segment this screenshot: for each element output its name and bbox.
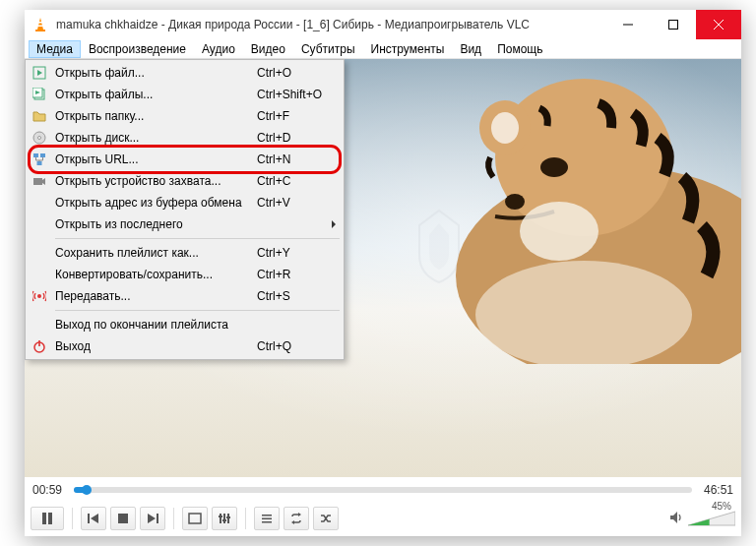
menu-item[interactable]: Открыть из последнего: [28, 213, 342, 235]
menu-item[interactable]: Сохранить плейлист как...Ctrl+Y: [28, 242, 342, 264]
svg-point-15: [475, 261, 692, 364]
menu-item-label: Передавать...: [51, 289, 257, 303]
menu-item[interactable]: Выход по окончании плейлиста: [28, 314, 342, 335]
menu-media[interactable]: Медиа: [29, 40, 81, 58]
svg-point-14: [520, 202, 598, 261]
titlebar: mamuka chkhaidze - Дикая природа России …: [25, 10, 741, 39]
svg-rect-38: [189, 514, 201, 523]
minimize-button[interactable]: [605, 10, 651, 39]
menu-item-shortcut: Ctrl+Shift+O: [257, 88, 342, 101]
total-time: 46:51: [698, 483, 733, 497]
menu-item-label: Открыть из последнего: [51, 217, 257, 231]
svg-rect-42: [219, 516, 222, 517]
menu-item-shortcut: Ctrl+C: [257, 174, 342, 188]
menu-item-shortcut: Ctrl+S: [257, 289, 342, 303]
menu-audio[interactable]: Аудио: [194, 40, 243, 58]
quit-icon: [28, 339, 51, 353]
menu-item-shortcut: Ctrl+R: [257, 268, 342, 281]
stream-icon: [28, 289, 51, 303]
svg-rect-2: [38, 22, 42, 24]
svg-marker-17: [37, 70, 42, 76]
menu-item-label: Открыть файл...: [51, 66, 257, 80]
menu-item-label: Выход по окончании плейлиста: [51, 318, 257, 332]
svg-marker-49: [291, 520, 294, 524]
svg-rect-33: [88, 514, 90, 523]
svg-point-28: [37, 294, 41, 298]
menu-item[interactable]: Открыть файл...Ctrl+O: [28, 62, 342, 84]
svg-rect-31: [42, 513, 46, 524]
svg-rect-1: [35, 30, 45, 31]
menu-item-shortcut: Ctrl+O: [257, 66, 342, 80]
submenu-arrow-icon: [332, 220, 336, 228]
menu-item[interactable]: Открыть папку...Ctrl+F: [28, 105, 342, 127]
controls-bar: 45%: [25, 503, 741, 536]
svg-point-22: [38, 137, 41, 140]
menu-item[interactable]: Открыть диск...Ctrl+D: [28, 127, 342, 149]
close-button[interactable]: [696, 10, 741, 39]
menu-video[interactable]: Видео: [243, 40, 293, 58]
svg-marker-50: [670, 512, 677, 523]
volume-label: 45%: [712, 501, 731, 512]
pause-button[interactable]: [31, 507, 64, 530]
menu-item[interactable]: Открыть URL...Ctrl+N: [28, 149, 342, 170]
play-file-icon: [28, 66, 51, 80]
svg-rect-45: [262, 515, 272, 516]
svg-marker-34: [91, 514, 98, 523]
menu-item-label: Открыть URL...: [51, 152, 257, 166]
window-title: mamuka chkhaidze - Дикая природа России …: [56, 18, 605, 31]
menu-item-shortcut: Ctrl+V: [257, 196, 342, 210]
maximize-button[interactable]: [651, 10, 696, 39]
svg-marker-0: [37, 18, 43, 30]
menu-item-shortcut: Ctrl+F: [257, 109, 342, 123]
menu-item-label: Сохранить плейлист как...: [51, 246, 257, 260]
svg-marker-36: [148, 514, 156, 523]
ext-settings-button[interactable]: [212, 507, 237, 530]
svg-rect-24: [40, 153, 45, 157]
menu-playback[interactable]: Воспроизведение: [81, 40, 194, 58]
fullscreen-button[interactable]: [182, 507, 208, 530]
menubar: Медиа Воспроизведение Аудио Видео Субтит…: [25, 39, 741, 59]
menu-item-shortcut: Ctrl+D: [257, 131, 342, 145]
menu-item[interactable]: Открыть устройство захвата...Ctrl+C: [28, 170, 342, 192]
svg-rect-25: [37, 161, 42, 165]
playlist-button[interactable]: [254, 507, 280, 530]
menu-item[interactable]: Передавать...Ctrl+S: [28, 285, 342, 307]
prev-button[interactable]: [81, 507, 106, 530]
menu-item[interactable]: ВыходCtrl+Q: [28, 335, 342, 357]
menu-item-label: Открыть устройство захвата...: [51, 174, 257, 188]
speaker-icon[interactable]: [668, 510, 684, 528]
menu-item-label: Открыть файлы...: [51, 88, 257, 101]
network-icon: [28, 152, 51, 166]
svg-rect-40: [223, 514, 225, 523]
svg-rect-5: [669, 21, 678, 30]
menu-item-label: Конвертировать/сохранить...: [51, 268, 257, 281]
folder-icon: [28, 109, 51, 123]
volume-slider[interactable]: 45%: [688, 510, 735, 527]
menu-item[interactable]: Открыть адрес из буфера обменаCtrl+V: [28, 192, 342, 213]
menu-item-shortcut: Ctrl+N: [257, 152, 342, 166]
menu-view[interactable]: Вид: [452, 40, 489, 58]
menu-item[interactable]: Открыть файлы...Ctrl+Shift+O: [28, 84, 342, 105]
svg-marker-27: [42, 178, 45, 185]
vlc-cone-icon: [32, 17, 48, 32]
svg-rect-32: [48, 513, 52, 524]
capture-icon: [28, 174, 51, 188]
shuffle-button[interactable]: [313, 507, 339, 530]
menu-item-label: Открыть адрес из буфера обмена: [51, 196, 257, 210]
svg-rect-3: [37, 26, 42, 28]
menu-help[interactable]: Помощь: [489, 40, 550, 58]
next-button[interactable]: [140, 507, 165, 530]
svg-rect-44: [226, 516, 230, 518]
menu-tools[interactable]: Инструменты: [363, 40, 453, 58]
menu-subtitles[interactable]: Субтитры: [293, 40, 363, 58]
menu-item-label: Открыть диск...: [51, 131, 257, 145]
seek-slider[interactable]: [74, 487, 692, 493]
svg-rect-23: [33, 153, 38, 157]
loop-button[interactable]: [284, 507, 309, 530]
svg-rect-39: [220, 514, 221, 523]
disc-icon: [28, 131, 51, 145]
menu-item[interactable]: Конвертировать/сохранить...Ctrl+R: [28, 264, 342, 285]
stop-button[interactable]: [110, 507, 136, 530]
svg-rect-37: [157, 514, 158, 523]
svg-rect-30: [38, 340, 40, 346]
